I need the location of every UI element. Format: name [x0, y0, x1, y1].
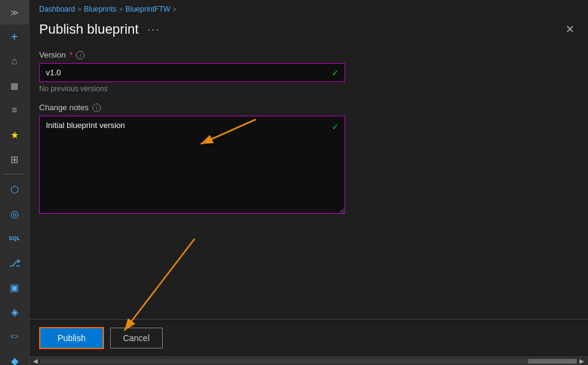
sidebar-collapse-btn[interactable]: ≫ — [0, 0, 29, 24]
monitor-icon: ▣ — [10, 282, 19, 293]
shield-icon: ⬡ — [10, 184, 19, 195]
version-input[interactable] — [39, 63, 345, 82]
main-content: Dashboard > Blueprints > BlueprintFTW > … — [29, 0, 588, 365]
panel-footer: Publish Cancel — [29, 319, 588, 356]
sidebar-item-security[interactable]: ⬡ — [0, 177, 29, 201]
sidebar-item-sql[interactable]: SQL — [0, 226, 29, 250]
version-label: Version * i — [39, 50, 578, 59]
breadcrumb: Dashboard > Blueprints > BlueprintFTW > — [29, 0, 588, 18]
grid-icon: ⊞ — [10, 154, 18, 165]
form-area: Version * i ✓ No previous versions Chang… — [29, 45, 588, 319]
change-notes-textarea[interactable]: Initial blueprint version — [39, 116, 345, 214]
sidebar-item-monitor[interactable]: ▣ — [0, 275, 29, 299]
sidebar-item-branch[interactable]: ⎇ — [0, 250, 29, 275]
version-input-wrapper: ✓ — [39, 63, 345, 82]
scroll-right-arrow[interactable]: ▶ — [577, 358, 587, 364]
publish-button[interactable]: Publish — [39, 327, 104, 349]
version-field-group: Version * i ✓ No previous versions — [39, 50, 578, 93]
plus-icon: + — [11, 30, 18, 44]
sidebar-divider-1 — [4, 174, 24, 175]
sidebar-item-list[interactable]: ≡ — [0, 98, 29, 122]
content-wrapper: Dashboard > Blueprints > BlueprintFTW > … — [29, 0, 588, 365]
globe-icon: ◎ — [10, 208, 19, 220]
cancel-button[interactable]: Cancel — [110, 328, 163, 348]
home-icon: ⌂ — [12, 56, 18, 67]
sidebar-item-dashboard[interactable]: ▦ — [0, 73, 29, 98]
panel-header: Publish blueprint ··· ✕ — [29, 18, 588, 45]
change-notes-check-icon: ✓ — [332, 122, 339, 132]
branch-icon: ⎇ — [9, 257, 20, 269]
sidebar: ≫ + ⌂ ▦ ≡ ★ ⊞ ⬡ ◎ SQL ⎇ — [0, 0, 29, 365]
sidebar-add-btn[interactable]: + — [0, 24, 29, 49]
scrollbar-thumb[interactable] — [528, 359, 577, 364]
sidebar-item-grid[interactable]: ⊞ — [0, 147, 29, 171]
required-indicator: * — [69, 50, 72, 59]
dashboard-icon: ▦ — [10, 81, 18, 91]
breadcrumb-blueprintftw[interactable]: BlueprintFTW — [125, 5, 170, 13]
sidebar-item-diamond[interactable]: ◆ — [0, 348, 29, 365]
change-notes-label-text: Change notes — [39, 103, 89, 112]
more-options-button[interactable]: ··· — [145, 23, 163, 36]
sidebar-item-favorites[interactable]: ★ — [0, 122, 29, 147]
package-icon: ◈ — [11, 306, 18, 318]
breadcrumb-sep-3: > — [173, 6, 176, 13]
breadcrumb-blueprints[interactable]: Blueprints — [84, 5, 116, 13]
panel-title-row: Publish blueprint ··· — [39, 21, 163, 37]
change-notes-label: Change notes i — [39, 103, 578, 112]
breadcrumb-dashboard[interactable]: Dashboard — [39, 5, 75, 13]
bottom-scrollbar[interactable]: ◀ ▶ — [29, 356, 588, 365]
version-hint: No previous versions — [39, 85, 578, 93]
breadcrumb-sep-2: > — [119, 6, 123, 13]
list-icon: ≡ — [12, 105, 17, 116]
sidebar-item-package[interactable]: ◈ — [0, 299, 29, 324]
sidebar-item-code[interactable]: <> — [0, 324, 29, 348]
star-icon: ★ — [10, 129, 19, 141]
version-info-icon[interactable]: i — [76, 51, 84, 59]
sidebar-item-globe[interactable]: ◎ — [0, 201, 29, 226]
code-icon: <> — [10, 333, 18, 340]
change-notes-textarea-wrapper: Initial blueprint version ✓ — [39, 116, 345, 216]
close-button[interactable]: ✕ — [561, 21, 578, 38]
scrollbar-track[interactable] — [40, 359, 577, 364]
diamond-icon: ◆ — [11, 355, 18, 366]
change-notes-field-group: Change notes i Initial blueprint version… — [39, 103, 578, 216]
page-title: Publish blueprint — [39, 21, 139, 37]
breadcrumb-sep-1: > — [78, 6, 81, 13]
change-notes-info-icon[interactable]: i — [92, 103, 101, 112]
version-check-icon: ✓ — [332, 68, 339, 78]
scroll-left-arrow[interactable]: ◀ — [31, 358, 40, 364]
version-label-text: Version — [39, 50, 65, 59]
collapse-icon: ≫ — [10, 8, 19, 17]
sql-icon: SQL — [9, 235, 20, 241]
sidebar-item-home[interactable]: ⌂ — [0, 49, 29, 73]
